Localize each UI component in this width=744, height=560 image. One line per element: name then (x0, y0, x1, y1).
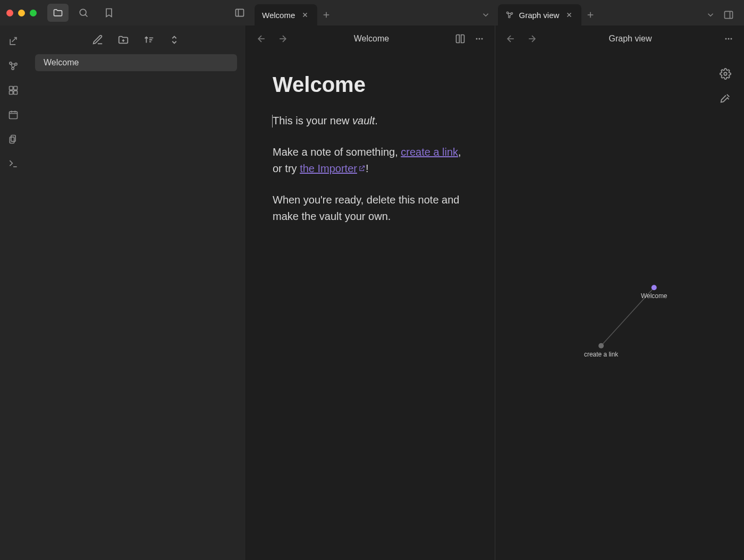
ribbon (0, 26, 27, 560)
titlebar: Welcome Graph (0, 0, 744, 26)
note-editor[interactable]: Welcome This is your new vault. Make a n… (246, 52, 495, 256)
svg-point-19 (725, 38, 727, 40)
file-explorer-toolbar (27, 26, 246, 54)
templates-icon[interactable] (4, 130, 23, 149)
reading-mode-button[interactable] (452, 31, 468, 47)
graph-canvas[interactable]: Welcome create a link (495, 52, 744, 560)
app-body: Welcome Welcome (0, 26, 744, 560)
svg-point-18 (481, 38, 483, 40)
link-create-a-link[interactable]: create a link (401, 146, 458, 158)
pane-actions (721, 31, 737, 47)
note-paragraph-2[interactable]: Make a note of something, create a link,… (273, 144, 468, 177)
note-paragraph-3[interactable]: When you're ready, delete this note and … (273, 192, 468, 225)
note-heading[interactable]: Welcome (273, 68, 468, 101)
graph-settings-button[interactable] (716, 65, 734, 83)
note-pane-header: Welcome (246, 26, 495, 52)
svg-rect-13 (10, 112, 18, 118)
graph-icon (505, 11, 514, 19)
svg-rect-12 (14, 91, 18, 95)
graph-svg[interactable]: Welcome create a link (495, 52, 744, 560)
right-sidebar-toggle[interactable] (720, 4, 738, 26)
graph-view-icon[interactable] (4, 56, 23, 75)
tab-label: Welcome (262, 11, 295, 20)
svg-rect-5 (725, 11, 733, 18)
close-icon[interactable] (564, 10, 574, 20)
graph-filter-button[interactable] (716, 89, 734, 107)
close-icon[interactable] (300, 10, 310, 20)
app-root: Welcome Graph (0, 0, 744, 560)
svg-point-16 (476, 38, 478, 40)
tab-group-right: Graph view (498, 0, 738, 26)
note-pane: Welcome Welcome This is your new vault. (246, 26, 495, 560)
svg-text:Welcome: Welcome (641, 292, 667, 300)
sort-button[interactable] (141, 32, 157, 48)
svg-point-22 (724, 72, 727, 75)
new-note-button[interactable] (90, 32, 106, 48)
svg-point-23 (652, 285, 657, 290)
search-button[interactable] (73, 4, 94, 22)
nav-back-button[interactable] (503, 31, 519, 47)
svg-point-21 (731, 38, 732, 40)
svg-rect-1 (236, 9, 244, 16)
graph-pane: Graph view (495, 26, 744, 560)
svg-text:create a link: create a link (584, 351, 618, 358)
tab-label: Graph view (519, 11, 560, 20)
tab-group-left: Welcome (255, 0, 495, 26)
svg-point-3 (511, 13, 512, 14)
pane-title[interactable]: Graph view (545, 34, 715, 44)
more-options-button[interactable] (721, 31, 737, 47)
external-link-icon (358, 165, 366, 172)
tab-graph-view[interactable]: Graph view (498, 4, 582, 26)
nav-forward-button[interactable] (275, 31, 291, 47)
collapse-button[interactable] (166, 32, 182, 48)
window-close[interactable] (6, 10, 13, 16)
nav-back-button[interactable] (253, 31, 269, 47)
note-paragraph-1[interactable]: This is your new vault. (273, 113, 468, 129)
graph-pane-header: Graph view (495, 26, 744, 52)
tab-list-dropdown[interactable] (477, 4, 495, 26)
svg-point-7 (15, 63, 17, 65)
file-explorer: Welcome (27, 26, 246, 560)
graph-node-welcome[interactable]: Welcome (641, 285, 667, 300)
graph-controls (716, 65, 734, 107)
canvas-icon[interactable] (4, 81, 23, 100)
svg-rect-11 (10, 91, 13, 95)
svg-rect-10 (14, 87, 18, 90)
more-options-button[interactable] (471, 31, 487, 47)
tab-welcome[interactable]: Welcome (255, 4, 317, 26)
svg-point-17 (479, 38, 480, 40)
new-folder-button[interactable] (115, 32, 131, 48)
window-minimize[interactable] (18, 10, 25, 16)
new-tab-button[interactable] (581, 4, 599, 26)
tabs-region: Welcome Graph (255, 0, 738, 26)
files-toggle-button[interactable] (47, 4, 69, 22)
new-tab-button[interactable] (317, 4, 335, 26)
pane-actions (452, 31, 487, 47)
quick-switcher-icon[interactable] (4, 32, 23, 51)
tab-list-dropdown[interactable] (701, 4, 720, 26)
graph-node-create-a-link[interactable]: create a link (584, 343, 618, 358)
svg-point-0 (80, 9, 86, 15)
window-controls (6, 10, 37, 16)
link-the-importer[interactable]: the Importer (300, 163, 366, 174)
file-list: Welcome (27, 54, 246, 560)
command-palette-icon[interactable] (4, 154, 23, 173)
bookmarks-button[interactable] (98, 4, 120, 22)
left-sidebar-toggle[interactable] (229, 4, 250, 22)
window-fullscreen[interactable] (30, 10, 37, 16)
file-item-welcome[interactable]: Welcome (35, 54, 237, 71)
nav-forward-button[interactable] (524, 31, 540, 47)
svg-point-20 (728, 38, 730, 40)
pane-title[interactable]: Welcome (296, 34, 447, 44)
workspace-panes: Welcome Welcome This is your new vault. (246, 26, 744, 560)
daily-note-icon[interactable] (4, 105, 23, 124)
svg-rect-14 (11, 135, 15, 142)
svg-point-25 (598, 343, 604, 349)
svg-rect-9 (10, 87, 13, 90)
file-name: Welcome (44, 58, 79, 67)
svg-rect-15 (10, 137, 14, 143)
